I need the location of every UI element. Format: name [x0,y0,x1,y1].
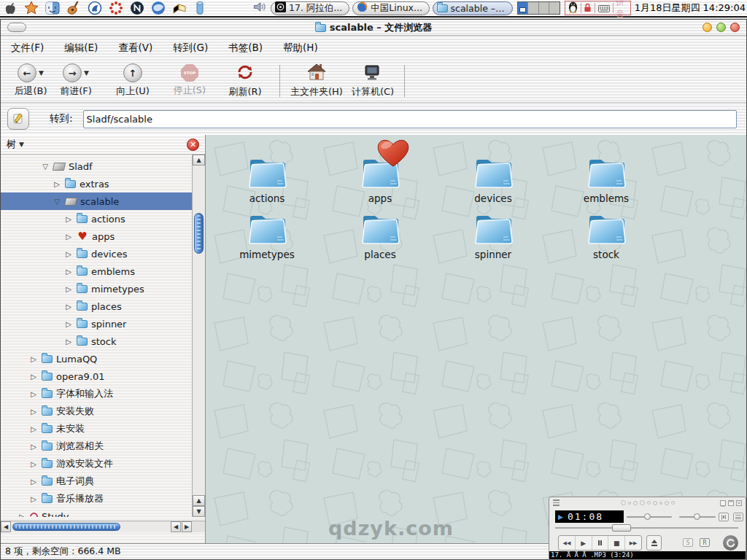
up-button[interactable]: ↑ 向上(U) [110,61,155,101]
file-icon[interactable]: spinner [453,211,533,260]
pause-button[interactable] [592,536,609,550]
tree-row[interactable]: ▷浏览器相关 [1,438,192,455]
shuffle-button[interactable]: S [683,538,693,547]
sidebar-view-label[interactable]: 树 [7,138,16,151]
notes-icon[interactable] [172,1,187,15]
expander-closed-icon[interactable]: ▷ [29,478,38,486]
minimize-button[interactable] [703,23,712,32]
file-icon[interactable]: stock [566,211,646,260]
expander-closed-icon[interactable]: ▷ [29,443,38,451]
expander-closed-icon[interactable]: ▷ [64,250,73,258]
file-icon[interactable]: devices [453,155,533,204]
home-button[interactable]: 主文件夹(H) [286,61,347,101]
player-lcd-display[interactable]: ▶ 01:08 [555,510,624,523]
player-close-icon[interactable]: ✕ [736,500,742,506]
expander-closed-icon[interactable]: ▷ [64,215,73,223]
scrollbar-thumb[interactable] [12,523,120,531]
volume-slider[interactable] [627,516,672,518]
menu-bookmarks[interactable]: 书签(B) [228,42,263,55]
taskbar-item-audio[interactable]: 17. 阿拉伯... [271,1,349,15]
file-icon[interactable]: places [340,211,420,260]
expander-closed-icon[interactable]: ▷ [64,338,73,346]
tree-row[interactable]: ▷安装失败 [1,402,192,420]
expander-closed-icon[interactable]: ▷ [64,303,73,311]
stop-playback-button[interactable]: ■ [608,536,625,550]
forward-button[interactable]: →▼ 前进(F) [53,61,98,101]
expander-closed-icon[interactable]: ▷ [29,408,38,416]
penguin-icon[interactable] [568,1,578,16]
note-button[interactable] [7,108,29,130]
scroll-left-button[interactable]: ◀ [171,521,181,532]
file-icon[interactable]: apps [340,155,420,204]
tree-row[interactable]: ▽scalable [1,192,192,210]
expander-closed-icon[interactable]: ▷ [64,233,73,241]
player-minimize-icon[interactable]: ▁ [720,500,726,506]
scroll-left-button[interactable]: ◀ [1,521,11,532]
expander-closed-icon[interactable]: ▷ [29,390,38,398]
expander-closed-icon[interactable]: ▷ [29,460,38,468]
repeat-button[interactable]: R [700,538,710,547]
sidebar-close-button[interactable]: ✕ [187,139,199,151]
expander-closed-icon[interactable]: ▷ [53,180,61,188]
balance-knob[interactable] [694,513,700,520]
tree-row[interactable]: ▷字体和输入法 [1,385,192,402]
seek-bar[interactable] [555,527,738,529]
player-titlebar[interactable]: ▁ ▔ ✕ [549,497,746,508]
chevron-down-icon[interactable]: ▼ [84,69,89,77]
file-icon[interactable]: actions [227,155,307,204]
maximize-button[interactable] [716,23,726,32]
scrollbar-thumb[interactable] [194,213,204,254]
expander-open-icon[interactable]: ▽ [53,198,61,206]
tree-row[interactable]: ▷devices [1,245,192,262]
tree-row[interactable]: ▷电子词典 [1,472,192,490]
taskbar-item-filebrowser[interactable]: scalable – ... [433,1,513,15]
next-button[interactable]: ▶▶ [625,536,641,550]
menu-go[interactable]: 转到(G) [173,42,208,55]
workspace-1[interactable] [518,2,528,14]
scroll-right-button[interactable]: ▶ [182,521,192,532]
refresh-button[interactable]: 刷新(R) [222,61,268,101]
menu-help[interactable]: 帮助(H) [283,42,318,55]
finder-icon[interactable] [45,1,60,15]
cylinder-icon[interactable] [193,1,206,15]
player-menu-icon[interactable] [553,499,560,506]
workspace-4[interactable] [549,2,559,14]
sidebar-header[interactable]: 树 ▼ ✕ [1,135,205,155]
scroll-up-button[interactable]: ▲ [193,155,205,166]
tree-row[interactable]: ▽Sladf [1,158,192,175]
expander-closed-icon[interactable]: ▷ [29,495,38,503]
realplayer-icon[interactable] [88,1,102,15]
tree-row[interactable]: ▷音乐播放器 [1,490,192,508]
menu-edit[interactable]: 编辑(E) [64,42,98,55]
playlist-button[interactable] [733,513,743,521]
tree-row[interactable]: ▷opera9.01 [1,368,192,385]
menu-file[interactable]: 文件(F) [11,42,44,55]
tree-row[interactable]: ▷mimetypes [1,280,192,298]
file-icon[interactable]: emblems [566,155,646,204]
tree-row[interactable]: ▷actions [1,210,192,228]
expander-closed-icon[interactable]: ▷ [29,355,38,363]
tree-row[interactable]: ▷extras [1,175,192,192]
tree-row[interactable]: ▷♥apps [1,228,192,245]
lock-icon[interactable] [584,1,592,15]
expander-closed-icon[interactable]: ▷ [29,425,38,433]
pinyin-mode-label[interactable]: 拼音 [616,0,627,20]
player-shade-icon[interactable]: ▔ [728,500,734,506]
workspace-switcher[interactable] [517,1,560,15]
titlebar[interactable]: scalable – 文件浏览器 [1,20,746,36]
apple-icon[interactable] [4,1,18,15]
expander-closed-icon[interactable]: ▷ [64,285,73,293]
equalizer-button[interactable] [719,513,729,521]
computer-button[interactable]: 计算机(C) [347,61,398,101]
spinner-launcher-icon[interactable] [109,1,123,15]
track-title-bar[interactable]: 17. Ä Ä Â .MP3 (3:24) [549,551,746,559]
keyboard-icon[interactable] [598,1,610,15]
expander-closed-icon[interactable]: ▷ [64,320,73,328]
play-button[interactable]: ▶ [576,536,592,550]
tree-row[interactable]: ▷spinner [1,315,192,332]
tree-row[interactable]: ▷places [1,298,192,315]
balance-slider[interactable] [679,516,716,518]
taskbar-item-browser[interactable]: 中国Linux... [352,1,430,15]
horizontal-scrollbar[interactable]: ◀ ◀ ▶ [1,521,192,532]
tree-row[interactable]: ▷游戏安装文件 [1,455,192,472]
